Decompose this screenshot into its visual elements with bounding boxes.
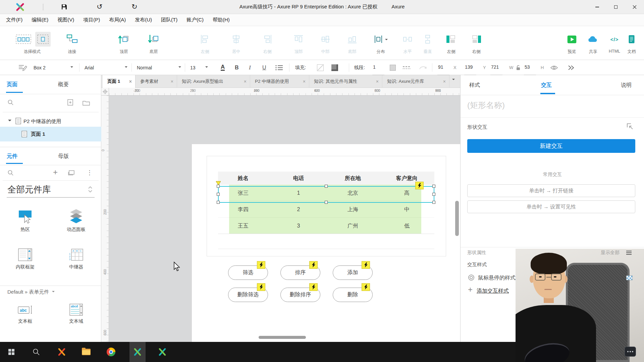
edit-style-icon[interactable]	[18, 60, 28, 75]
taskbar-axure8-icon[interactable]	[58, 348, 66, 356]
y-position-field[interactable]: 139	[464, 60, 476, 75]
taskbar-chrome-icon[interactable]	[107, 348, 115, 356]
more-options-icon[interactable]	[568, 60, 575, 75]
line-width-field[interactable]: 1	[372, 60, 384, 75]
font-color-icon[interactable]: A	[221, 64, 225, 71]
font-size-select[interactable]: 13	[190, 60, 196, 75]
distribute-tool[interactable]: 分布	[374, 31, 388, 55]
add-interaction-style-link[interactable]: 添加交互样式	[477, 288, 509, 295]
left-panel-toggle[interactable]: 左侧	[446, 31, 456, 55]
tab-pages[interactable]: 页面	[7, 81, 17, 88]
library-stack-icon[interactable]	[67, 170, 75, 176]
widget-style-select[interactable]: Box 2	[34, 60, 46, 75]
pages-search-icon[interactable]	[7, 99, 14, 106]
widget-library-item[interactable]: 动态面板	[56, 208, 96, 233]
menu-item[interactable]: 文件(F)	[6, 17, 22, 23]
widget-library-item[interactable]: 内联框架	[5, 247, 45, 270]
menu-item[interactable]: 发布(U)	[135, 17, 152, 23]
selection-handle-icon[interactable]	[217, 185, 220, 188]
x-position-field[interactable]: 91	[437, 60, 449, 75]
italic-icon[interactable]: I	[249, 60, 251, 75]
chat-bubble-icon[interactable]	[625, 347, 636, 357]
interaction-picker-icon[interactable]	[626, 123, 634, 130]
canvas-horizontal-scrollbar[interactable]	[259, 336, 306, 339]
docs-button[interactable]: 文档	[628, 31, 636, 55]
preview-button[interactable]: 预览	[568, 31, 577, 55]
document-tab[interactable]: 知识: Axure元件库×	[382, 75, 449, 88]
font-size-caret-icon[interactable]	[205, 60, 208, 75]
widgets-search-icon[interactable]	[7, 170, 14, 176]
send-to-back-tool[interactable]: 底层	[148, 31, 160, 55]
taskbar-explorer-icon[interactable]	[82, 349, 91, 355]
menu-item[interactable]: 团队(T)	[161, 17, 177, 23]
tab-list-dropdown-icon[interactable]	[452, 80, 455, 86]
widget-library-item[interactable]: abcd文本域	[56, 303, 96, 324]
select-intersect-icon[interactable]	[14, 32, 33, 47]
tab-notes[interactable]: 说明	[621, 82, 632, 89]
selection-handle-icon[interactable]	[432, 201, 435, 204]
menu-item[interactable]: 帮助(H)	[213, 17, 230, 23]
selection-handle-icon[interactable]	[325, 185, 328, 188]
widget-name-field[interactable]: (矩形名称)	[467, 100, 505, 111]
tab-outline[interactable]: 概要	[58, 81, 69, 88]
repeater-row[interactable]	[229, 218, 421, 234]
width-field[interactable]: 721	[490, 60, 502, 75]
connect-tool[interactable]: 连接	[66, 31, 78, 55]
fill-none-swatch[interactable]	[317, 60, 324, 75]
tab-close-icon[interactable]: ×	[171, 79, 173, 84]
ruler-origin-icon[interactable]	[101, 88, 109, 96]
select-contain-icon[interactable]	[35, 32, 51, 47]
share-button[interactable]: 共享	[588, 31, 598, 55]
selection-handle-icon[interactable]	[217, 193, 220, 196]
show-all-link[interactable]: 显示全部	[601, 250, 620, 256]
minimize-button[interactable]	[588, 0, 606, 14]
canvas-vertical-scrollbar[interactable]	[455, 201, 459, 236]
widget-library-item[interactable]: abc文本框	[5, 303, 45, 324]
fill-color-swatch[interactable]	[331, 60, 338, 75]
hover-style-label[interactable]: 鼠标悬停的样式	[478, 275, 516, 282]
add-library-icon[interactable]	[53, 169, 58, 176]
quick-action-button[interactable]: 单击时 → 打开链接	[467, 184, 635, 197]
underline-icon[interactable]: U	[262, 60, 266, 75]
document-tab[interactable]: 参考素材×	[136, 75, 177, 88]
tab-close-icon[interactable]: ×	[244, 79, 247, 84]
bullet-list-icon[interactable]	[275, 60, 283, 75]
tab-close-icon[interactable]: ×	[303, 79, 306, 84]
document-tab[interactable]: 知识: Axure原型输出×	[177, 75, 250, 88]
font-weight-caret-icon[interactable]	[178, 60, 181, 75]
hover-style-swatch[interactable]	[626, 276, 633, 280]
menu-item[interactable]: 项目(P)	[83, 17, 100, 23]
quick-action-button[interactable]: 单击时 → 设置可见性	[467, 200, 635, 213]
taskbar-axure9-icon-2[interactable]	[158, 348, 166, 356]
add-page-icon[interactable]	[67, 99, 73, 106]
document-tab[interactable]: P2 中继器的使用×	[250, 75, 309, 88]
tree-item-selected-row[interactable]: 页面 1	[0, 127, 101, 141]
maximize-button[interactable]	[606, 0, 625, 14]
tab-close-icon[interactable]: ×	[129, 79, 132, 84]
right-panel-toggle[interactable]: 右侧	[471, 31, 481, 55]
close-button[interactable]	[625, 0, 644, 14]
font-family-select[interactable]: Arial	[85, 60, 94, 75]
tree-collapse-icon[interactable]	[8, 120, 11, 123]
line-color-swatch[interactable]	[390, 60, 396, 75]
tab-interaction[interactable]: 交互	[541, 82, 552, 89]
properties-menu-icon[interactable]	[626, 251, 632, 251]
library-selector-chevrons-icon[interactable]	[88, 186, 93, 193]
line-style-icon[interactable]	[402, 60, 411, 75]
tab-style[interactable]: 样式	[469, 82, 480, 89]
visibility-eye-icon[interactable]	[550, 60, 558, 75]
bring-to-front-tool[interactable]: 顶层	[118, 31, 130, 55]
tab-close-icon[interactable]: ×	[443, 79, 446, 84]
height-field[interactable]: 53	[524, 60, 536, 75]
tab-close-icon[interactable]: ×	[376, 79, 379, 84]
menu-item[interactable]: 编辑(E)	[32, 17, 48, 23]
font-family-caret-icon[interactable]	[125, 60, 127, 75]
font-weight-select[interactable]: Normal	[137, 60, 152, 75]
selection-handle-icon[interactable]	[432, 193, 435, 196]
form-section-header[interactable]: Default » 表单元件	[7, 289, 55, 295]
menu-item[interactable]: 布局(A)	[109, 17, 126, 23]
bold-icon[interactable]: B	[235, 60, 239, 75]
taskbar-search-icon[interactable]	[33, 348, 40, 356]
start-button-icon[interactable]	[8, 349, 14, 355]
widget-library-item[interactable]: 热区	[5, 208, 45, 233]
